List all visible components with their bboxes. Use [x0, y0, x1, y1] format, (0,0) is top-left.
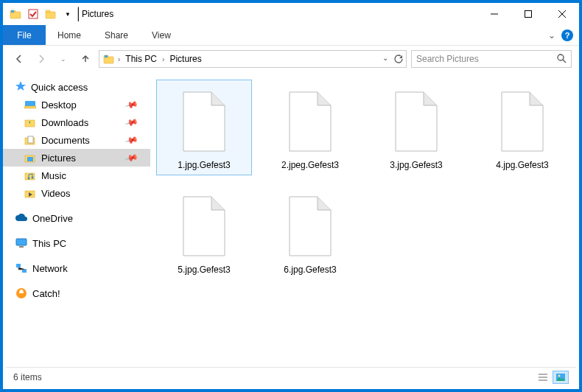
file-name: 5.jpg.Gefest3 — [178, 265, 230, 275]
file-icon — [492, 85, 553, 158]
qat-newfolder-icon[interactable] — [43, 6, 59, 22]
downloads-icon — [24, 116, 37, 128]
sidebar-item-label: Music — [41, 170, 66, 181]
file-name: 1.jpg.Gefest3 — [178, 160, 230, 170]
breadcrumb-sep: › — [117, 55, 121, 63]
svg-rect-6 — [525, 11, 532, 18]
sidebar-onedrive[interactable]: OneDrive — [3, 209, 150, 227]
svg-rect-9 — [105, 55, 108, 57]
maximize-button[interactable] — [511, 3, 545, 25]
network-icon — [15, 262, 28, 274]
navigation-pane: Quick access Desktop 📌 Downloads 📌 Docum… — [3, 72, 150, 370]
svg-rect-17 — [27, 157, 33, 161]
sidebar-catch[interactable]: Catch! — [3, 284, 150, 302]
sidebar-network[interactable]: Network — [3, 259, 150, 277]
file-icon — [280, 85, 340, 158]
breadcrumb-sep: › — [161, 55, 165, 63]
tab-share[interactable]: Share — [93, 25, 140, 45]
tab-view[interactable]: View — [140, 25, 183, 45]
svg-rect-4 — [46, 12, 55, 18]
up-button[interactable] — [77, 50, 94, 68]
back-button[interactable] — [10, 50, 28, 68]
item-count: 6 items — [13, 372, 42, 382]
svg-rect-23 — [19, 246, 24, 248]
sidebar-thispc[interactable]: This PC — [3, 234, 150, 252]
file-list-pane[interactable]: 1.jpg.Gefest32.jpeg.Gefest33.jpg.Gefest3… — [150, 72, 579, 370]
svg-rect-22 — [16, 239, 27, 245]
help-button[interactable]: ? — [561, 29, 573, 41]
address-dropdown-icon[interactable]: ⌄ — [382, 54, 388, 64]
thispc-icon — [15, 237, 28, 249]
navigation-bar: ⌄ › This PC › Pictures ⌄ Search Pictures — [3, 46, 579, 72]
svg-rect-12 — [24, 106, 36, 108]
desktop-icon — [24, 99, 37, 111]
address-bar[interactable]: › This PC › Pictures ⌄ — [99, 50, 407, 68]
svg-point-28 — [558, 374, 561, 377]
file-name: 6.jpg.Gefest3 — [284, 265, 336, 275]
sidebar-item-desktop[interactable]: Desktop 📌 — [3, 96, 150, 113]
sidebar-item-videos[interactable]: Videos — [3, 184, 150, 202]
pin-icon: 📌 — [125, 97, 139, 112]
file-icon — [280, 189, 340, 263]
onedrive-icon — [15, 212, 28, 224]
svg-rect-5 — [46, 10, 50, 13]
breadcrumb-root[interactable]: This PC — [122, 54, 160, 64]
file-item[interactable]: 5.jpg.Gefest3 — [156, 184, 252, 280]
status-bar: 6 items — [6, 367, 576, 386]
file-name: 3.jpg.Gefest3 — [390, 160, 442, 170]
svg-rect-15 — [28, 136, 33, 143]
file-tab[interactable]: File — [3, 25, 46, 45]
sidebar-item-music[interactable]: Music — [3, 167, 150, 184]
search-icon[interactable] — [556, 53, 567, 66]
forward-button[interactable] — [32, 50, 50, 68]
svg-rect-7 — [104, 57, 113, 63]
close-button[interactable] — [545, 3, 579, 25]
details-view-button[interactable] — [535, 371, 551, 384]
svg-point-20 — [32, 177, 34, 179]
sidebar-item-label: Pictures — [41, 153, 76, 164]
tab-home[interactable]: Home — [46, 25, 93, 45]
file-item[interactable]: 1.jpg.Gefest3 — [156, 80, 252, 175]
refresh-button[interactable] — [393, 54, 403, 64]
recent-dropdown-icon[interactable]: ⌄ — [55, 50, 72, 68]
sidebar-item-label: Desktop — [41, 99, 77, 111]
quick-access-root[interactable]: Quick access — [3, 78, 150, 96]
window-title: Pictures — [76, 9, 113, 19]
sidebar-item-downloads[interactable]: Downloads 📌 — [3, 113, 150, 131]
sidebar-item-label: Downloads — [41, 117, 88, 128]
sidebar-item-label: OneDrive — [32, 213, 73, 224]
music-icon — [24, 169, 37, 181]
thumbnails-view-button[interactable] — [553, 371, 569, 384]
sidebar-item-label: Documents — [41, 135, 90, 146]
svg-point-19 — [28, 178, 30, 180]
qat-dropdown-icon[interactable]: ▼ — [60, 11, 75, 18]
file-item[interactable]: 2.jpeg.Gefest3 — [262, 80, 358, 175]
svg-rect-2 — [11, 10, 14, 13]
file-icon — [174, 189, 234, 263]
sidebar-item-pictures[interactable]: Pictures 📌 — [3, 149, 150, 167]
svg-rect-3 — [29, 10, 38, 18]
pictures-icon — [24, 152, 37, 164]
breadcrumb-current[interactable]: Pictures — [166, 54, 204, 64]
videos-icon — [24, 187, 37, 199]
ribbon-collapse-icon[interactable]: ⌄ — [548, 30, 555, 41]
app-icon — [7, 6, 24, 22]
ribbon-tabs: File Home Share View ⌄ ? — [3, 25, 579, 46]
file-name: 4.jpg.Gefest3 — [496, 160, 548, 170]
svg-point-10 — [558, 55, 564, 60]
svg-rect-0 — [10, 12, 21, 18]
file-item[interactable]: 6.jpg.Gefest3 — [262, 184, 358, 280]
file-item[interactable]: 4.jpg.Gefest3 — [474, 80, 570, 175]
minimize-button[interactable] — [477, 3, 511, 25]
qat-properties-icon[interactable] — [25, 6, 41, 22]
sidebar-item-documents[interactable]: Documents 📌 — [3, 131, 150, 149]
file-item[interactable]: 3.jpg.Gefest3 — [368, 80, 464, 175]
search-input[interactable]: Search Pictures — [411, 50, 572, 68]
file-icon — [174, 85, 234, 158]
svg-rect-24 — [16, 264, 21, 267]
star-icon — [15, 80, 27, 94]
pin-icon: 📌 — [125, 150, 139, 165]
file-name: 2.jpeg.Gefest3 — [281, 160, 339, 170]
sidebar-item-label: Videos — [41, 188, 71, 199]
title-bar: ▼ │ Pictures — [3, 3, 579, 25]
